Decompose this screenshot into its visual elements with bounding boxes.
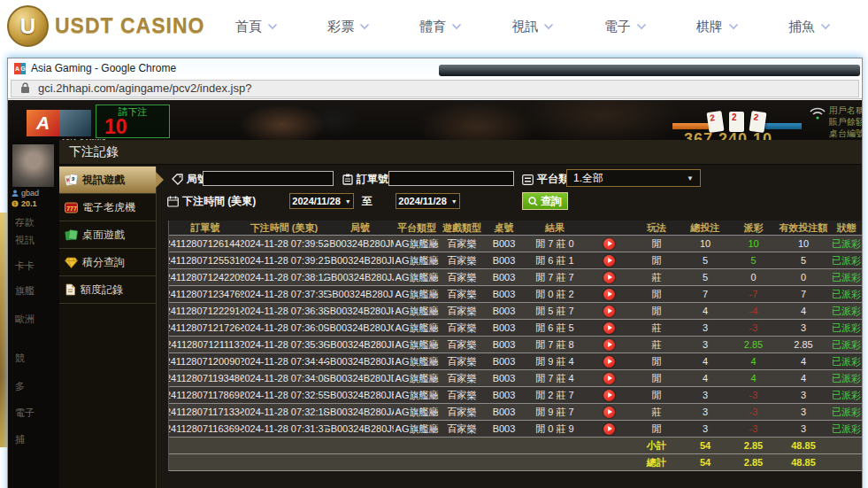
sidebar-item-2[interactable]: 777電子老虎機: [59, 194, 156, 221]
cell-round-number: GB00324B280JD: [326, 370, 394, 386]
lobby-item-8[interactable]: 電子: [15, 407, 35, 420]
cell-video: [586, 303, 632, 319]
nav-item-2[interactable]: 彩票: [327, 19, 370, 35]
table-header: 訂單號下注時間 (美東)局號平台類型遊戲類型桌號結果玩法總投注派彩有效投注額狀態: [169, 221, 862, 236]
lobby-item-4[interactable]: 旗艦: [15, 284, 35, 298]
play-video-button[interactable]: [603, 390, 615, 401]
cell-total-bet: 10: [681, 236, 729, 252]
play-video-button[interactable]: [603, 255, 615, 267]
play-video-button[interactable]: [603, 322, 615, 334]
cell-game-type: 百家樂: [440, 252, 484, 268]
play-video-button[interactable]: [603, 289, 615, 300]
sidebar-item-4[interactable]: 積分查詢: [59, 249, 156, 276]
cell-order-number: 241128071200907: [169, 353, 242, 369]
subtotal-row: 小計542.8548.85: [169, 438, 862, 454]
sidebar-item-label: 桌面遊戲: [82, 228, 125, 243]
cell-table-number: B003: [484, 337, 524, 352]
brand-logo[interactable]: U USDT CASINO: [7, 5, 204, 47]
platform-type-select[interactable]: 1.全部: [566, 169, 701, 187]
table-row: 2411280712111372024-11-28 07:35:36GB0032…: [169, 337, 862, 353]
cell-payout: 4: [729, 370, 778, 386]
nav-item-1[interactable]: 首頁: [235, 19, 278, 35]
cell-valid-bet: 2.85: [778, 337, 829, 352]
cell-game-type: 百家樂: [440, 353, 484, 369]
cell-video: [586, 236, 632, 252]
search-icon: [528, 197, 538, 206]
cell-platform-type: AG旗艦廳: [394, 252, 440, 268]
search-button[interactable]: 查詢: [522, 192, 568, 210]
nav-item-7[interactable]: 捕魚: [788, 19, 831, 35]
table-row: 2411280712347692024-11-28 07:37:35GB0032…: [169, 286, 862, 303]
chevron-down-icon: [267, 23, 278, 30]
browser-toolbar: gci.2hhapi.com/agingame/pcv2/index.jsp?: [8, 78, 862, 99]
lobby-item-2[interactable]: 視訊: [15, 234, 35, 247]
cell-payout: 10: [729, 236, 778, 252]
sidebar-item-3[interactable]: 桌面遊戲: [59, 221, 156, 249]
lobby-item-6[interactable]: 競: [15, 352, 25, 365]
sidebar-item-1[interactable]: K9視訊遊戲: [59, 167, 156, 194]
date-to-label: 至: [362, 194, 373, 209]
play-video-button[interactable]: [603, 306, 615, 317]
table-info-label: 賬戶餘額: [829, 116, 861, 128]
lobby-item-1[interactable]: 存款: [15, 216, 35, 229]
sidebar-item-5[interactable]: 額度記錄: [59, 276, 156, 304]
slot-777-icon: 777: [65, 202, 78, 213]
cell-payout: 5: [729, 252, 778, 268]
nav-item-3[interactable]: 體育: [419, 19, 462, 35]
browser-title-bar[interactable]: AG Asia Gaming - Google Chrome: [8, 58, 862, 78]
table-games-icon: [65, 229, 78, 241]
lobby-item-7[interactable]: 多: [15, 380, 25, 393]
cell-order-number: 241128071255310: [169, 252, 242, 268]
player-bar: [761, 123, 802, 129]
play-video-button[interactable]: [603, 356, 615, 368]
cell-video: [586, 269, 632, 285]
cell-valid-bet: 4: [778, 303, 829, 319]
points-gem-icon: [65, 257, 78, 268]
chevron-down-icon: [636, 23, 647, 30]
order-number-input[interactable]: [388, 171, 514, 186]
dealt-cards: 222: [708, 112, 765, 132]
cell-order-number: 241128071261443: [169, 236, 242, 252]
cell-table-number: B003: [484, 252, 524, 268]
cell-video: [586, 353, 632, 369]
nav-item-5[interactable]: 電子: [604, 19, 647, 35]
play-video-button[interactable]: [603, 373, 615, 384]
table-info-panel: 用戶名稱賬戶餘額桌台編號: [829, 105, 861, 139]
cell-game-type: 百家樂: [440, 421, 484, 437]
cell-valid-bet: 3: [778, 320, 829, 336]
background-decoration: [0, 213, 7, 447]
sidebar-item-label: 積分查詢: [82, 255, 125, 270]
table-row: 2411280712422092024-11-28 07:38:12GB0032…: [169, 269, 862, 286]
cell-result: 閒 0 莊 9: [524, 421, 586, 437]
lobby-username: gbad: [12, 189, 39, 198]
lobby-item-9[interactable]: 捕: [15, 433, 25, 446]
play-video-button[interactable]: [603, 238, 615, 250]
date-from-select[interactable]: 2024/11/28: [289, 193, 354, 209]
cell-order-number: 241128071217264: [169, 320, 242, 336]
table-row: 2411280711636942024-11-28 07:31:37GB0032…: [169, 421, 862, 438]
play-video-button[interactable]: [603, 407, 615, 418]
browser-window: AG Asia Gaming - Google Chrome gci.2hhap…: [7, 58, 863, 488]
nav-item-label: 體育: [419, 19, 446, 35]
lobby-item-3[interactable]: 卡卡: [15, 259, 35, 273]
date-to-select[interactable]: 2024/11/28: [396, 193, 460, 209]
lobby-item-5[interactable]: 歐洲: [15, 313, 35, 326]
site-nav: 首頁彩票體育視訊電子棋牌捕魚: [211, 0, 856, 53]
nav-item-6[interactable]: 棋牌: [696, 19, 739, 35]
browser-url-bar[interactable]: gci.2hhapi.com/agingame/pcv2/index.jsp?: [11, 80, 859, 97]
wifi-icon: [810, 107, 826, 120]
cell-total-bet: 3: [681, 421, 729, 437]
column-header-5: 遊戲類型: [440, 221, 484, 235]
cell-platform-type: AG旗艦廳: [394, 320, 440, 336]
table-row: 2411280711934862024-11-28 07:34:08GB0032…: [169, 370, 862, 387]
cell-order-number: 241128071234769: [169, 286, 242, 302]
nav-item-label: 視訊: [511, 19, 538, 35]
play-video-button[interactable]: [603, 423, 615, 435]
round-number-input[interactable]: [203, 171, 334, 186]
nav-item-4[interactable]: 視訊: [511, 19, 554, 35]
cell-result: 閒 9 莊 4: [524, 353, 586, 369]
cell-video: [586, 404, 632, 420]
play-video-button[interactable]: [603, 272, 615, 283]
play-video-button[interactable]: [603, 339, 615, 351]
clipboard-icon: [342, 174, 353, 185]
